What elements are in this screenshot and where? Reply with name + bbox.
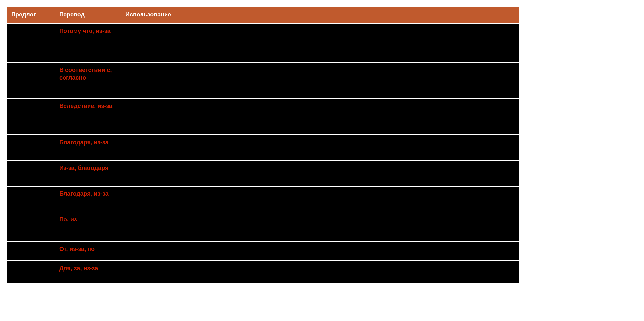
cell-translation: Вследствие, из-за	[55, 99, 121, 135]
table-row: От, из-за, по	[7, 242, 520, 261]
table-row: Из-за, благодаря	[7, 160, 520, 186]
table-row: Благодаря, из-за	[7, 135, 520, 160]
cell-preposition	[7, 160, 55, 186]
cell-usage	[121, 99, 520, 135]
cell-preposition	[7, 99, 55, 135]
table-row: В соответствии с, согласно	[7, 62, 520, 99]
cell-usage	[121, 186, 520, 212]
table-row: Для, за, из-за	[7, 261, 520, 284]
cell-usage	[121, 242, 520, 261]
table-row: По, из	[7, 212, 520, 242]
cell-translation: По, из	[55, 212, 121, 242]
cell-translation: От, из-за, по	[55, 242, 121, 261]
cell-translation: Благодаря, из-за	[55, 135, 121, 160]
cell-translation: Благодаря, из-за	[55, 186, 121, 212]
cell-usage	[121, 212, 520, 242]
table-row: Потому что, из-за	[7, 23, 520, 62]
cell-preposition	[7, 186, 55, 212]
cell-preposition	[7, 261, 55, 284]
cell-translation: Для, за, из-за	[55, 261, 121, 284]
table-row: Вследствие, из-за	[7, 99, 520, 135]
header-usage: Использование	[121, 7, 520, 23]
header-preposition: Предлог	[7, 7, 55, 23]
header-translation: Перевод	[55, 7, 121, 23]
table-body: Потому что, из-заВ соответствии с, согла…	[7, 23, 520, 284]
cell-usage	[121, 261, 520, 284]
cell-usage	[121, 135, 520, 160]
cell-translation: В соответствии с, согласно	[55, 62, 121, 99]
cell-translation: Потому что, из-за	[55, 23, 121, 62]
cell-usage	[121, 62, 520, 99]
cell-preposition	[7, 242, 55, 261]
table-row: Благодаря, из-за	[7, 186, 520, 212]
cell-preposition	[7, 62, 55, 99]
cell-usage	[121, 160, 520, 186]
prepositions-table: Предлог Перевод Использование Потому что…	[7, 7, 520, 284]
cell-usage	[121, 23, 520, 62]
cell-translation: Из-за, благодаря	[55, 160, 121, 186]
cell-preposition	[7, 23, 55, 62]
table-header-row: Предлог Перевод Использование	[7, 7, 520, 23]
cell-preposition	[7, 135, 55, 160]
cell-preposition	[7, 212, 55, 242]
